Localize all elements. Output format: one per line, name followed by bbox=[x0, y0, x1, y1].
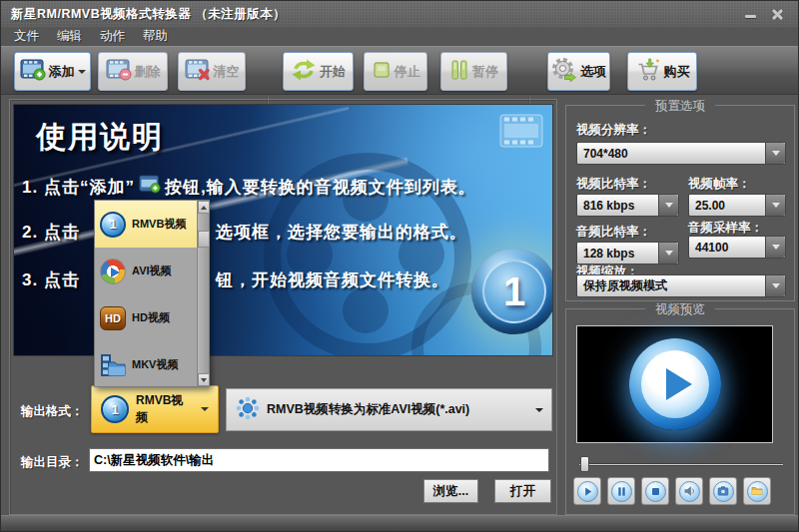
video-scale-value: 保持原视频模式 bbox=[577, 277, 765, 294]
preview-pause-button[interactable] bbox=[607, 477, 635, 505]
resolution-combobox[interactable]: 704*480 bbox=[576, 142, 786, 165]
scroll-down-icon[interactable] bbox=[198, 373, 210, 386]
add-label: 添加 bbox=[49, 63, 75, 81]
buy-label: 购买 bbox=[664, 63, 690, 81]
step-1-prefix: 1. 点击“添加” bbox=[22, 176, 135, 199]
output-dir-input[interactable] bbox=[89, 448, 549, 472]
video-scale-combobox[interactable]: 保持原视频模式 bbox=[576, 274, 786, 297]
chevron-down-icon[interactable] bbox=[765, 275, 785, 296]
instruction-step-1: 1. 点击“添加” 按钮,输入要转换的音视频文件到列表。 bbox=[22, 175, 476, 199]
play-icon bbox=[577, 481, 598, 502]
start-icon bbox=[291, 58, 317, 86]
output-format-combobox[interactable]: 1 RMVB视频 bbox=[91, 385, 219, 433]
browse-button[interactable]: 浏览... bbox=[423, 479, 478, 503]
delete-label: 删除 bbox=[135, 63, 161, 81]
hd-icon: HD bbox=[100, 306, 126, 330]
play-orb-icon[interactable] bbox=[629, 338, 721, 430]
chevron-down-icon bbox=[535, 408, 543, 412]
frame-rate-label: 视频帧率： bbox=[688, 176, 751, 193]
dropdown-item-label: RMVB视频 bbox=[132, 217, 186, 232]
pause-button[interactable]: 暂停 bbox=[440, 52, 507, 91]
preview-snapshot-button[interactable] bbox=[709, 477, 737, 505]
slider-thumb[interactable] bbox=[580, 456, 589, 472]
clear-button[interactable]: 清空 bbox=[178, 52, 246, 91]
preview-group-title: 视频预览 bbox=[645, 301, 715, 318]
scrollbar-thumb[interactable] bbox=[198, 231, 210, 248]
chevron-down-icon[interactable] bbox=[658, 243, 678, 264]
buy-button[interactable]: 购买 bbox=[627, 52, 697, 91]
dropdown-item-hd[interactable]: HD HD视频 bbox=[95, 294, 197, 341]
conversion-profile-combobox[interactable]: RMVB视频转换为标准AVI视频(*.avi) bbox=[226, 388, 552, 431]
chevron-down-icon bbox=[78, 70, 86, 74]
chevron-down-icon[interactable] bbox=[765, 237, 785, 258]
pause-icon bbox=[611, 481, 632, 502]
output-dir-label: 输出目录： bbox=[21, 454, 84, 471]
frame-rate-value: 25.00 bbox=[689, 199, 765, 213]
dropdown-scrollbar[interactable] bbox=[197, 201, 209, 386]
chevron-down-icon[interactable] bbox=[765, 143, 785, 164]
film-clear-icon bbox=[185, 59, 211, 85]
badge-number: 1 bbox=[503, 269, 525, 314]
close-button[interactable] bbox=[768, 7, 786, 21]
delete-button[interactable]: 删除 bbox=[98, 52, 168, 91]
menu-bar: 文件 编辑 动作 帮助 bbox=[1, 27, 799, 46]
titlebar: 新星RM/RMVB视频格式转换器 （未注册版本） bbox=[1, 1, 799, 27]
minimize-button[interactable] bbox=[742, 7, 760, 21]
instruction-step-3: 3. 点击 bbox=[22, 268, 80, 291]
step-1-suffix: 按钮,输入要转换的音视频文件到列表。 bbox=[165, 176, 476, 199]
dropdown-item-avi[interactable]: AVI视频 bbox=[95, 248, 197, 294]
banner-title: 使用说明 bbox=[36, 117, 164, 158]
preview-play-button[interactable] bbox=[573, 477, 601, 505]
instruction-step-2: 选项框，选择您要输出的格式。 bbox=[216, 221, 467, 244]
pause-icon bbox=[449, 59, 469, 85]
slider-track[interactable] bbox=[578, 463, 784, 466]
stop-button[interactable]: 停止 bbox=[364, 52, 427, 91]
gear-icon bbox=[551, 57, 577, 87]
dropdown-item-mkv[interactable]: MKV视频 bbox=[95, 341, 197, 388]
menu-edit[interactable]: 编辑 bbox=[48, 27, 91, 46]
sample-rate-label: 音频采样率： bbox=[688, 220, 763, 237]
scroll-up-icon[interactable] bbox=[198, 201, 210, 214]
preset-group-title: 预置选项 bbox=[645, 98, 715, 115]
camera-icon bbox=[713, 481, 734, 502]
options-button[interactable]: 选项 bbox=[547, 52, 610, 91]
chevron-down-icon bbox=[201, 407, 209, 411]
preview-stop-button[interactable] bbox=[641, 477, 669, 505]
minimize-icon bbox=[745, 15, 756, 18]
open-button[interactable]: 打开 bbox=[494, 479, 551, 503]
start-label: 开始 bbox=[320, 63, 346, 81]
rmvb-icon: 1 bbox=[100, 212, 126, 238]
window-bottom-edge bbox=[1, 515, 799, 532]
menu-help[interactable]: 帮助 bbox=[134, 27, 177, 46]
chevron-down-icon[interactable] bbox=[765, 195, 785, 216]
start-button[interactable]: 开始 bbox=[283, 52, 354, 91]
clear-label: 清空 bbox=[214, 63, 240, 81]
resolution-label: 视频分辨率： bbox=[576, 122, 651, 139]
seek-slider[interactable] bbox=[578, 455, 784, 473]
number-1-badge: 1 bbox=[471, 249, 553, 334]
conversion-profile-value: RMVB视频转换为标准AVI视频(*.avi) bbox=[267, 401, 529, 418]
video-bitrate-combobox[interactable]: 816 kbps bbox=[576, 194, 679, 217]
preview-open-folder-button[interactable] bbox=[743, 477, 771, 505]
folder-icon bbox=[747, 481, 768, 502]
frame-rate-combobox[interactable]: 25.00 bbox=[688, 194, 786, 217]
add-button[interactable]: 添加 bbox=[14, 52, 91, 91]
preview-volume-button[interactable] bbox=[675, 477, 703, 505]
video-preview-group: 视频预览 bbox=[565, 308, 795, 515]
film-delete-icon bbox=[106, 59, 132, 85]
app-window: 新星RM/RMVB视频格式转换器 （未注册版本） 文件 编辑 动作 帮助 bbox=[0, 0, 799, 532]
instruction-step-2: 2. 点击 bbox=[22, 221, 80, 244]
dropdown-item-rmvb[interactable]: 1 RMVB视频 bbox=[95, 201, 197, 248]
cart-icon bbox=[635, 58, 661, 86]
sample-rate-combobox[interactable]: 44100 bbox=[688, 236, 786, 259]
menu-action[interactable]: 动作 bbox=[91, 27, 134, 46]
audio-bitrate-value: 128 kbps bbox=[577, 247, 658, 261]
options-label: 选项 bbox=[580, 63, 606, 81]
video-bitrate-label: 视频比特率： bbox=[576, 176, 651, 193]
dropdown-item-label: MKV视频 bbox=[132, 357, 178, 372]
film-add-icon bbox=[20, 59, 46, 85]
player-controls bbox=[573, 477, 771, 505]
menu-file[interactable]: 文件 bbox=[5, 27, 48, 46]
audio-bitrate-combobox[interactable]: 128 kbps bbox=[576, 242, 679, 265]
chevron-down-icon[interactable] bbox=[658, 195, 678, 216]
